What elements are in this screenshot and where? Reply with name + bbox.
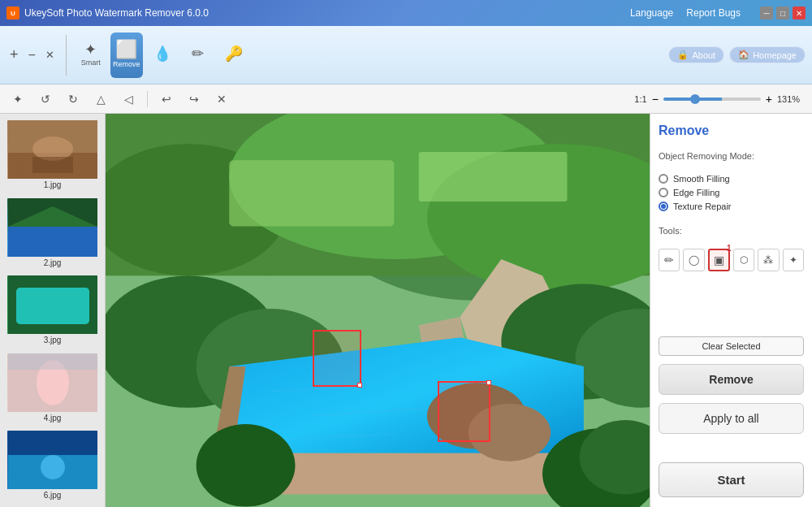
- toolbar-divider: [66, 35, 67, 76]
- thumb-label-3: 3.jpg: [7, 334, 97, 346]
- undo-button[interactable]: ↩: [155, 88, 178, 110]
- brush-tool-button[interactable]: ✏: [182, 32, 214, 78]
- canvas-image: [106, 114, 650, 507]
- auto-select-icon[interactable]: ✦: [783, 249, 804, 271]
- smooth-filling-label: Smooth Filling: [673, 174, 730, 184]
- redo-button[interactable]: ↪: [183, 88, 205, 110]
- remove-icon: ⬜: [115, 41, 137, 58]
- texture-repair-option[interactable]: Texture Repair: [659, 202, 804, 211]
- thumb-label-2: 2.jpg: [7, 257, 97, 269]
- apply-to-all-button[interactable]: Apply to all: [659, 403, 804, 434]
- svg-rect-9: [16, 288, 89, 324]
- flip-h-button[interactable]: ◁: [117, 88, 140, 110]
- thumbnail-3[interactable]: 3.jpg: [6, 274, 99, 347]
- svg-rect-25: [419, 152, 568, 202]
- remove-tool-button[interactable]: ⬜ Remove: [110, 32, 143, 78]
- selection-box-1[interactable]: [313, 330, 361, 387]
- sel-handle-br-1[interactable]: [357, 383, 362, 388]
- thumb-svg-1: [8, 120, 97, 179]
- sparkle-button[interactable]: ✦: [6, 88, 29, 110]
- rotate-cw-button[interactable]: ↻: [62, 88, 84, 110]
- report-bugs-link[interactable]: Report Bugs: [686, 7, 741, 19]
- thumbnail-2[interactable]: 2.jpg: [6, 197, 99, 270]
- clear-selected-button[interactable]: Clear Selected: [659, 336, 804, 356]
- edge-filling-option[interactable]: Edge Filling: [659, 188, 804, 197]
- drop-icon: 💧: [153, 46, 171, 61]
- zoom-plus-icon[interactable]: +: [766, 93, 772, 106]
- close-button[interactable]: ✕: [793, 6, 806, 20]
- smart-tool-button[interactable]: ✦ Smart: [75, 32, 107, 78]
- canvas-area[interactable]: [106, 114, 650, 507]
- edge-filling-radio[interactable]: [659, 188, 668, 197]
- remove-file-button[interactable]: −: [25, 46, 39, 64]
- drop-tool-button[interactable]: 💧: [146, 32, 179, 78]
- right-panel: Remove Object Removing Mode: Smooth Fill…: [650, 114, 812, 507]
- thumb-svg-6: [8, 431, 97, 489]
- zoom-percentage: 131%: [777, 94, 806, 104]
- minimize-button[interactable]: ─: [760, 6, 773, 20]
- thumb-img-3: [7, 275, 97, 334]
- magic-wand-icon[interactable]: ⁂: [758, 249, 779, 271]
- smooth-filling-radio[interactable]: [659, 174, 668, 184]
- remove-label: Remove: [113, 61, 140, 69]
- toolbar2-divider: [147, 91, 148, 107]
- brush-icon: ✏: [192, 46, 204, 61]
- flip-v-button[interactable]: △: [89, 88, 112, 110]
- maximize-button[interactable]: □: [776, 6, 789, 20]
- close-file-button[interactable]: ✕: [42, 47, 58, 63]
- clear-button[interactable]: ✕: [210, 88, 233, 110]
- thumbnail-6[interactable]: 6.jpg: [6, 429, 99, 502]
- edge-filling-label: Edge Filling: [673, 188, 719, 197]
- thumb-img-4: [7, 353, 97, 412]
- thumb-img-1: [7, 120, 97, 179]
- svg-point-40: [197, 424, 296, 507]
- selection-box-2[interactable]: [438, 381, 490, 442]
- thumb-img-2: [7, 198, 97, 257]
- app-logo: U: [6, 6, 19, 20]
- thumbnail-1[interactable]: 1.jpg: [6, 119, 99, 192]
- main-area: 1.jpg 2.jpg 3.jpg: [0, 114, 812, 507]
- home-icon: 🏠: [738, 50, 749, 60]
- texture-repair-radio[interactable]: [659, 202, 668, 211]
- magic-tool-button[interactable]: 🔑: [218, 32, 250, 78]
- rotate-ccw-button[interactable]: ↺: [34, 88, 57, 110]
- language-link[interactable]: Language: [630, 7, 673, 19]
- magic-icon: 🔑: [225, 46, 243, 61]
- thumb-label-6: 6.jpg: [7, 489, 97, 501]
- svg-rect-24: [229, 160, 394, 226]
- svg-point-15: [41, 455, 65, 479]
- zoom-slider[interactable]: [663, 98, 761, 101]
- tools-row: ✏ ◯ ▣ 1 ⬡ ⁂ ✦: [659, 249, 804, 271]
- lock-icon: 🔒: [677, 50, 689, 60]
- panel-bottom-spacer: [659, 442, 804, 454]
- title-bar: U UkeySoft Photo Watermark Remover 6.0.0…: [0, 0, 812, 26]
- app-title: UkeySoft Photo Watermark Remover 6.0.0: [24, 7, 209, 19]
- thumbnail-4[interactable]: 4.jpg: [6, 352, 99, 425]
- smooth-filling-option[interactable]: Smooth Filling: [659, 174, 804, 184]
- rect-tool-icon[interactable]: ▣ 1: [708, 249, 730, 271]
- mode-label: Object Removing Mode:: [659, 151, 804, 161]
- circle-tool-icon[interactable]: ◯: [683, 249, 704, 271]
- start-button[interactable]: Start: [659, 462, 804, 497]
- smart-icon: ✦: [84, 42, 97, 57]
- zoom-minus-icon[interactable]: −: [652, 93, 659, 106]
- polygon-tool-icon[interactable]: ⬡: [733, 249, 754, 271]
- smart-label: Smart: [81, 59, 101, 67]
- zoom-reset-label[interactable]: 1:1: [634, 94, 646, 104]
- about-button[interactable]: 🔒 About: [668, 46, 724, 63]
- app-links: 🔒 About 🏠 Homepage: [668, 46, 806, 63]
- zoom-control: 1:1 − + 131%: [634, 93, 806, 106]
- window-controls: ─ □ ✕: [760, 6, 806, 20]
- homepage-button[interactable]: 🏠 Homepage: [729, 46, 806, 63]
- homepage-label: Homepage: [753, 50, 797, 60]
- tools-section-label: Tools:: [659, 226, 804, 236]
- remove-button[interactable]: Remove: [659, 364, 804, 395]
- pen-tool-icon[interactable]: ✏: [659, 249, 680, 271]
- texture-repair-label: Texture Repair: [673, 202, 732, 211]
- thumb-svg-4: [8, 353, 97, 412]
- sel-handle-tr-2[interactable]: [486, 380, 491, 385]
- thumb-svg-2: [8, 198, 97, 257]
- about-label: About: [692, 50, 715, 60]
- add-file-button[interactable]: +: [6, 45, 22, 65]
- tool-number: 1: [727, 244, 732, 253]
